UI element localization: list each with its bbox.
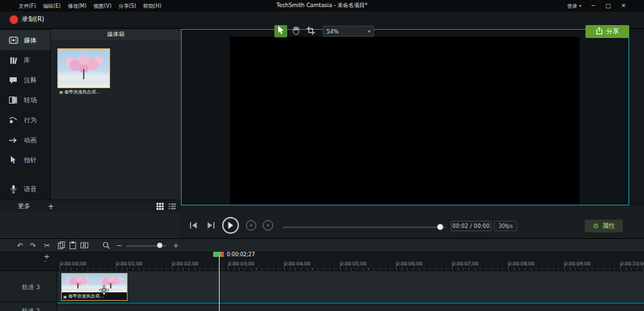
share-button[interactable]: 分享 xyxy=(585,25,629,38)
sidebar-item-behaviors[interactable]: 行为 xyxy=(0,110,50,130)
paste-button[interactable] xyxy=(68,240,77,251)
hand-icon xyxy=(292,25,300,37)
share-icon xyxy=(596,27,603,36)
timeline-gutter: + ˅ xyxy=(0,252,57,270)
play-button[interactable] xyxy=(222,217,239,234)
track-name: 轨道 3 xyxy=(22,283,40,292)
properties-label: 属性 xyxy=(602,221,615,231)
previous-frame-button[interactable] xyxy=(189,221,198,229)
timeline-clip[interactable]: ▣ 春季浪漫风合成... xyxy=(61,273,128,301)
fps-display: 30fps xyxy=(494,221,517,231)
previous-clip-button[interactable]: ‹ xyxy=(246,220,256,231)
sidebar-item-media[interactable]: 媒体 xyxy=(0,30,50,50)
timeline-zoom-in-button[interactable]: + xyxy=(173,240,179,251)
ruler-tick-label: 0:00:06;00 xyxy=(396,261,422,267)
ruler-tick-label: 0:00:04;00 xyxy=(284,261,310,267)
time-display: 00:02 / 00:00 xyxy=(451,221,491,231)
image-badge-icon: ▣ xyxy=(63,294,67,299)
close-button[interactable]: ✕ xyxy=(621,3,626,9)
ruler-tick-label: 0:00:01;00 xyxy=(116,261,142,267)
next-frame-button[interactable] xyxy=(206,221,216,229)
media-bin-footer: 更多 + xyxy=(0,200,181,212)
collapse-tracks-button[interactable]: ˅ xyxy=(44,261,46,267)
sidebar-item-library[interactable]: 库 xyxy=(0,50,50,70)
track-content[interactable]: ▣ 春季浪漫风合成... xyxy=(57,270,644,311)
list-view-button[interactable] xyxy=(169,200,176,212)
record-button[interactable]: 录制(R) xyxy=(10,15,44,24)
playhead-line[interactable] xyxy=(219,252,220,311)
properties-button[interactable]: ⚙ 属性 xyxy=(585,220,623,232)
clip-thumbnail xyxy=(62,274,127,292)
sidebar-item-label: 转场 xyxy=(24,96,37,105)
menu-file[interactable]: 文件(F) xyxy=(17,3,37,10)
menu-share[interactable]: 分享(S) xyxy=(117,3,137,10)
sidebar-item-label: 动画 xyxy=(24,136,37,145)
media-icon xyxy=(8,37,18,44)
sidebar-item-voice[interactable]: 语音 xyxy=(0,179,50,199)
sidebar-item-animations[interactable]: 动画 xyxy=(0,130,50,150)
timeline-zoom-out-button[interactable]: − xyxy=(116,240,122,251)
move-cursor-icon xyxy=(99,285,109,297)
playhead-handle[interactable] xyxy=(213,252,224,257)
gear-icon: ⚙ xyxy=(592,223,599,230)
menu-help[interactable]: 帮助(H) xyxy=(142,3,162,10)
grid-view-button[interactable] xyxy=(156,200,164,212)
timeline-zoom-knob[interactable] xyxy=(157,243,162,248)
pointer-tool-button[interactable] xyxy=(274,25,287,37)
image-badge-icon: ▣ xyxy=(59,90,63,94)
playback-slider-knob[interactable] xyxy=(437,224,443,230)
canvas-zoom-select[interactable]: 54% ▾ xyxy=(323,26,374,37)
library-icon xyxy=(8,57,18,64)
canvas-panel[interactable] xyxy=(181,29,629,205)
ruler-tick-label: 0:00:00;00 xyxy=(60,261,86,267)
more-button[interactable]: 更多 xyxy=(18,202,30,211)
timeline-ruler[interactable]: 0:00:00;00 0:00:01;00 0:00:02;00 0:00:03… xyxy=(57,252,644,270)
sidebar-item-label: 指针 xyxy=(24,156,37,165)
ruler-tick: 0:00:05;00 xyxy=(340,256,366,268)
menu-view[interactable]: 视图(V) xyxy=(92,3,113,10)
drop-indicator-line xyxy=(57,303,644,303)
redo-button[interactable]: ↷ xyxy=(28,240,37,251)
track-2-lane[interactable] xyxy=(57,303,644,311)
track-name: 轨道 2 xyxy=(22,307,40,311)
playback-slider[interactable] xyxy=(283,227,446,228)
sidebar-item-transitions[interactable]: 转场 xyxy=(0,90,50,110)
menu-edit[interactable]: 编辑(E) xyxy=(42,3,62,10)
canvas-stage[interactable] xyxy=(230,37,580,205)
undo-button[interactable]: ↶ xyxy=(15,240,24,251)
login-button[interactable]: 登录 ▾ xyxy=(567,3,582,10)
ruler-tick: 0:00:08;00 xyxy=(508,256,535,268)
pan-tool-button[interactable] xyxy=(289,25,302,37)
crop-tool-button[interactable] xyxy=(304,25,317,37)
menubar: 文件(F) 编辑(E) 修改(M) 视图(V) 分享(S) 帮助(H) Tech… xyxy=(0,0,644,12)
window-title: TechSmith Camtasia - 未命名项目* xyxy=(276,2,368,10)
cursor-icon xyxy=(8,156,18,164)
playback-bar: ‹ › 00:02 / 00:00 30fps ⚙ 属性 xyxy=(181,205,644,238)
cut-button[interactable]: ✂ xyxy=(43,240,52,251)
sidebar-tabs: 媒体 库 注释 转场 行为 xyxy=(0,29,50,200)
pointer-icon xyxy=(278,25,285,37)
media-bin-item[interactable]: ▣ 春季浪漫风合成... xyxy=(57,48,110,88)
playhead-out-handle[interactable] xyxy=(222,252,224,257)
track-header-3[interactable]: 轨道 3 xyxy=(0,271,57,302)
add-track-button[interactable]: + xyxy=(44,253,50,260)
menu-modify[interactable]: 修改(M) xyxy=(66,3,88,10)
track-headers: 轨道 3 轨道 2 xyxy=(0,270,57,311)
copy-button[interactable] xyxy=(57,240,66,251)
media-bin-title: 媒体箱 xyxy=(51,29,181,40)
split-button[interactable] xyxy=(80,240,89,251)
ruler-tick: 0:00:01;00 xyxy=(116,256,142,268)
canvas-tools: 54% ▾ xyxy=(274,25,374,37)
maximize-button[interactable]: □ xyxy=(605,3,611,9)
canvas-zoom-value: 54% xyxy=(327,28,339,35)
menu-items: 文件(F) 编辑(E) 修改(M) 视图(V) 分享(S) 帮助(H) xyxy=(0,3,163,10)
minimize-button[interactable]: ─ xyxy=(592,3,595,9)
next-clip-button[interactable]: › xyxy=(263,220,273,231)
sidebar-item-cursor[interactable]: 指针 xyxy=(0,150,50,170)
share-label: 分享 xyxy=(606,27,619,36)
login-label: 登录 xyxy=(567,3,578,10)
add-media-button[interactable]: + xyxy=(48,203,54,211)
sidebar-item-annotations[interactable]: 注释 xyxy=(0,70,50,90)
media-thumbnail xyxy=(58,49,109,88)
playhead-in-handle[interactable] xyxy=(213,252,222,257)
